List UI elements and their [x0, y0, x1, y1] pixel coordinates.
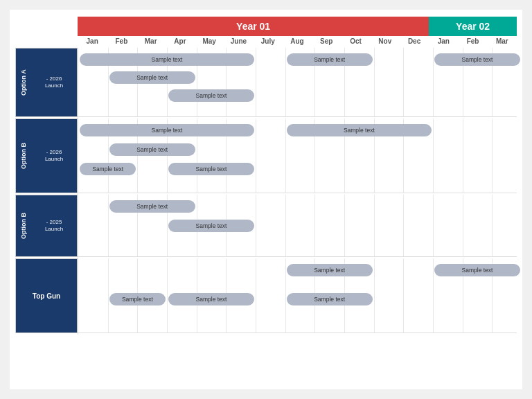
grid-line: [433, 118, 434, 193]
month-label: Feb: [107, 37, 136, 45]
grid-line: [285, 118, 286, 193]
month-label: July: [254, 37, 283, 45]
gantt-bar: Sample text: [287, 124, 432, 136]
gantt-bar: Sample text: [109, 71, 195, 84]
year-header: Year 01Year 02: [78, 17, 517, 36]
grid-line: [463, 195, 463, 256]
grid-container: Option A- 2026 LaunchOption B- 2026 Laun…: [15, 48, 517, 335]
grid-line: [433, 258, 434, 332]
grid-line: [108, 195, 109, 256]
grid-line: [285, 258, 286, 332]
gantt-bar: Sample text: [434, 53, 520, 66]
year2-label: Year 02: [429, 17, 517, 36]
grid-line: [285, 195, 286, 256]
month-label: Aug: [283, 37, 312, 45]
month-label: Nov: [371, 37, 400, 45]
gantt-row: Sample textSample textSample textSample …: [78, 258, 517, 333]
detail-label: - 2025 Launch: [31, 195, 77, 256]
grid-line: [403, 48, 404, 116]
month-label: Mar: [136, 37, 166, 45]
month-label: Jan: [78, 37, 107, 45]
month-label: Dec: [400, 37, 429, 45]
grid-line: [492, 118, 493, 193]
gantt-bar: Sample text: [287, 264, 373, 276]
grid-line: [463, 118, 463, 193]
month-label: Apr: [166, 37, 195, 45]
grid-line: [256, 258, 256, 332]
grid-line: [256, 195, 256, 256]
grid-line: [167, 258, 168, 332]
months-row: JanFebMarAprMayJuneJulyAugSepOctNovDecJa…: [78, 37, 517, 45]
gantt-bar: Sample text: [168, 89, 254, 102]
gantt-bar: Sample text: [434, 264, 520, 276]
grid-line: [374, 48, 375, 116]
option-label: Option B: [16, 119, 31, 193]
month-label: Feb: [458, 37, 487, 45]
grid-line: [433, 195, 434, 256]
detail-label: - 2026 Launch: [31, 48, 77, 116]
gantt-bar: Sample text: [80, 53, 254, 66]
slide: Year 01Year 02 JanFebMarAprMayJuneJulyAu…: [10, 10, 522, 389]
gantt-row: Sample textSample textSample textSample …: [78, 48, 517, 117]
gantt-bar: Sample text: [109, 293, 166, 305]
label-block: Option B- 2025 Launch: [15, 195, 78, 257]
option-label: Top Gun: [16, 259, 77, 332]
label-block: Option A- 2026 Launch: [15, 48, 78, 117]
gantt-row: Sample textSample textSample textSample …: [78, 118, 517, 193]
month-label: Sep: [312, 37, 341, 45]
gantt-bar: Sample text: [287, 53, 373, 66]
grid-line: [403, 258, 404, 332]
gantt-bar: Sample text: [287, 293, 373, 305]
month-label: May: [195, 37, 224, 45]
grid-line: [285, 48, 286, 116]
grid-line: [108, 258, 109, 332]
left-labels: Option A- 2026 LaunchOption B- 2026 Laun…: [15, 48, 78, 335]
gantt-row: Sample textSample text: [78, 195, 517, 257]
gantt-bar: Sample text: [109, 143, 195, 156]
month-label: June: [224, 37, 253, 45]
grid-line: [344, 195, 345, 256]
month-label: Jan: [429, 37, 458, 45]
option-label: Option A: [16, 48, 31, 116]
grid-line: [314, 195, 315, 256]
month-label: Oct: [341, 37, 370, 45]
grid-line: [433, 48, 434, 116]
gantt-bar: Sample text: [168, 163, 254, 175]
month-label: Mar: [488, 37, 517, 45]
grid-line: [374, 258, 375, 332]
label-block: Option B- 2026 Launch: [15, 118, 78, 193]
year1-label: Year 01: [78, 17, 429, 36]
label-block: Top Gun: [15, 258, 78, 333]
gantt-bar: Sample text: [80, 124, 254, 136]
detail-label: - 2026 Launch: [31, 119, 77, 193]
grid-line: [256, 118, 256, 193]
gantt-bar: Sample text: [109, 200, 195, 213]
grid-line: [403, 195, 404, 256]
gantt-area: Sample textSample textSample textSample …: [78, 48, 517, 335]
grid-line: [374, 195, 375, 256]
grid-line: [256, 48, 256, 116]
option-label: Option B: [16, 195, 31, 256]
gantt-bar: Sample text: [80, 163, 136, 175]
gantt-bar: Sample text: [168, 220, 254, 232]
grid-line: [492, 195, 493, 256]
gantt-bar: Sample text: [168, 293, 254, 305]
